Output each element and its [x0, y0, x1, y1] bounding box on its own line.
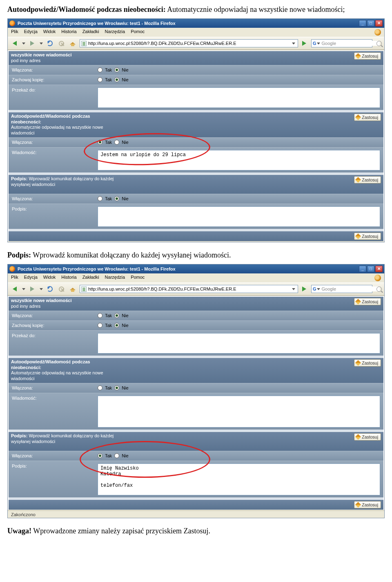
- menu-zakladki[interactable]: Zakładki: [82, 29, 99, 36]
- window-titlebar: Poczta Uniwersytetu Przyrodniczego we Wr…: [8, 264, 384, 273]
- minimize-button[interactable]: _: [359, 20, 366, 27]
- radio-tak[interactable]: [98, 313, 102, 318]
- apply-button[interactable]: Zastosuj: [354, 233, 381, 240]
- apply-button[interactable]: Zastosuj: [354, 433, 381, 441]
- menu-widok[interactable]: Widok: [43, 29, 56, 36]
- address-bar[interactable]: [80, 285, 298, 293]
- stop-button[interactable]: [57, 39, 66, 48]
- apply-button[interactable]: Zastosuj: [354, 176, 381, 184]
- forward-dropdown-icon[interactable]: [40, 288, 43, 290]
- nav-toolbar: G: [8, 282, 384, 295]
- search-engine-dropdown-icon[interactable]: [317, 43, 320, 45]
- radio-nie[interactable]: [114, 323, 119, 328]
- apply-button[interactable]: Zastosuj: [354, 359, 381, 367]
- menu-edycja[interactable]: Edycja: [24, 29, 38, 36]
- radio-tak[interactable]: [98, 67, 102, 72]
- signature-enabled-radio[interactable]: Tak Nie: [98, 453, 129, 458]
- footer-apply-row: Zastosuj: [9, 231, 383, 241]
- forward-to-field[interactable]: [98, 87, 380, 108]
- window-title: Poczta Uniwersytetu Przyrodniczego we Wr…: [18, 266, 176, 271]
- forward-button[interactable]: [28, 284, 37, 293]
- close-button[interactable]: ✕: [375, 266, 383, 272]
- forward-to-field[interactable]: [98, 333, 380, 354]
- autoreply-message-field[interactable]: [98, 396, 380, 428]
- forward-dropdown-icon[interactable]: [40, 43, 43, 45]
- search-bar[interactable]: G: [311, 39, 372, 47]
- pencil-icon: [355, 502, 361, 508]
- search-engine-dropdown-icon[interactable]: [317, 288, 320, 290]
- menu-widok[interactable]: Widok: [43, 275, 56, 281]
- home-button[interactable]: [68, 39, 77, 48]
- reload-button[interactable]: [45, 39, 54, 48]
- go-button[interactable]: [302, 287, 306, 291]
- home-button[interactable]: [68, 284, 77, 293]
- radio-nie[interactable]: [114, 67, 119, 72]
- radio-tak[interactable]: [98, 453, 102, 458]
- apply-button[interactable]: Zastosuj: [354, 52, 381, 60]
- forward-button[interactable]: [28, 39, 37, 48]
- address-dropdown-icon[interactable]: [292, 43, 295, 45]
- signature-enabled-row: Włączona: Tak Nie: [9, 194, 383, 204]
- back-button[interactable]: [10, 39, 19, 48]
- signature-title: Podpis:: [11, 176, 27, 181]
- radio-tak[interactable]: [98, 140, 102, 145]
- radio-tak[interactable]: [98, 323, 102, 328]
- radio-nie[interactable]: [114, 313, 119, 318]
- radio-nie[interactable]: [114, 77, 119, 82]
- menu-pomoc[interactable]: Pomoc: [131, 275, 145, 281]
- autoreply-message-field[interactable]: Jestem na urlopie do 29 lipca: [98, 150, 380, 170]
- back-button[interactable]: [10, 284, 19, 293]
- pencil-icon: [355, 434, 361, 440]
- back-dropdown-icon[interactable]: [22, 288, 25, 290]
- apply-button[interactable]: Zastosuj: [354, 298, 381, 305]
- minimize-button[interactable]: _: [359, 266, 366, 272]
- menu-narzedzia[interactable]: Narzędzia: [105, 275, 125, 281]
- radio-nie[interactable]: [114, 453, 119, 458]
- menu-edycja[interactable]: Edycja: [24, 275, 38, 281]
- signature-field[interactable]: Imię Nazwisko Katedra telefon/fax: [98, 463, 380, 495]
- forward-enabled-radio[interactable]: Tak Nie: [98, 313, 129, 318]
- keep-copy-radio[interactable]: Tak Nie: [98, 77, 129, 82]
- maximize-button[interactable]: □: [367, 266, 374, 272]
- radio-nie-label: Nie: [122, 67, 129, 72]
- autoreply-enabled-radio[interactable]: Tak Nie: [98, 385, 129, 390]
- stop-button[interactable]: [57, 284, 66, 293]
- radio-tak[interactable]: [98, 77, 102, 82]
- close-button[interactable]: ✕: [375, 20, 383, 27]
- menu-plik[interactable]: Plik: [11, 29, 18, 36]
- address-bar[interactable]: [80, 39, 298, 47]
- keep-copy-radio[interactable]: Tak Nie: [98, 323, 129, 328]
- menu-historia[interactable]: Historia: [61, 29, 76, 36]
- menu-historia[interactable]: Historia: [61, 275, 76, 281]
- signature-enabled-radio[interactable]: Tak Nie: [98, 196, 129, 201]
- apply-button[interactable]: Zastosuj: [354, 114, 381, 121]
- nav-toolbar: G: [8, 37, 384, 50]
- search-input[interactable]: [320, 41, 380, 46]
- go-button[interactable]: [302, 41, 306, 46]
- forward-enabled-radio[interactable]: Tak Nie: [98, 67, 129, 72]
- menu-plik[interactable]: Plik: [11, 275, 18, 281]
- radio-tak[interactable]: [98, 196, 102, 201]
- magnifier-icon[interactable]: [376, 287, 382, 292]
- maximize-button[interactable]: □: [367, 20, 374, 27]
- url-input[interactable]: [87, 287, 291, 291]
- signature-text-row: Podpis:: [9, 204, 383, 229]
- radio-tak[interactable]: [98, 385, 102, 390]
- autoreply-enabled-radio[interactable]: Tak Nie: [98, 140, 129, 145]
- radio-nie[interactable]: [114, 140, 119, 145]
- apply-button[interactable]: Zastosuj: [354, 501, 381, 508]
- menu-zakladki[interactable]: Zakładki: [82, 275, 99, 281]
- search-bar[interactable]: G: [311, 285, 372, 293]
- reload-button[interactable]: [45, 284, 54, 293]
- search-input[interactable]: [320, 287, 380, 291]
- magnifier-icon[interactable]: [376, 41, 382, 46]
- menu-pomoc[interactable]: Pomoc: [131, 29, 145, 36]
- radio-nie[interactable]: [114, 196, 119, 201]
- menu-narzedzia[interactable]: Narzędzia: [105, 29, 125, 36]
- radio-nie[interactable]: [114, 385, 119, 390]
- signature-header: Podpis: Wprowadź komunikat dołączany do …: [9, 175, 383, 194]
- back-dropdown-icon[interactable]: [22, 43, 25, 45]
- url-input[interactable]: [87, 41, 291, 46]
- signature-field[interactable]: [98, 206, 380, 227]
- address-dropdown-icon[interactable]: [292, 288, 295, 290]
